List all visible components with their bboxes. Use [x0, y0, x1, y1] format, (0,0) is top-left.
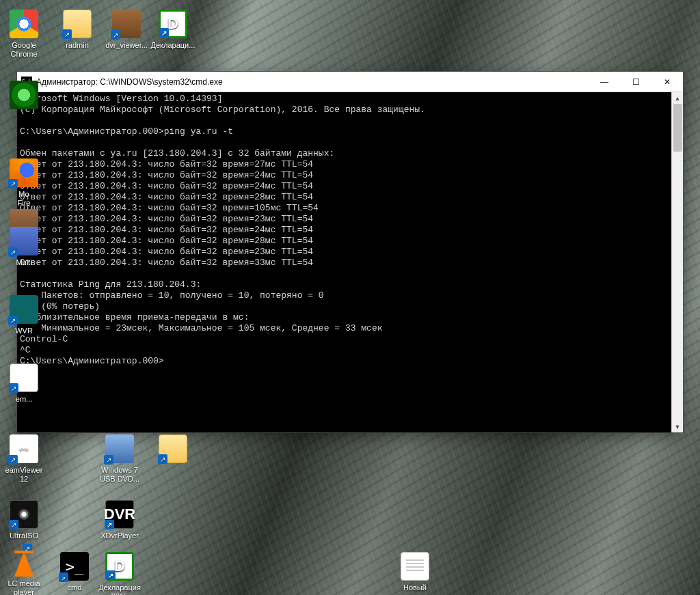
desktop-icon-spiral[interactable] [0, 81, 48, 112]
shortcut-badge-icon: ↗ [62, 29, 72, 39]
desktop-icon-firefox[interactable]: ↗Mo Fire [0, 158, 48, 207]
desktop-icon-xdvr-icon: DVR↗ [105, 500, 134, 529]
desktop-icon-win7usb-icon: ↗ [105, 434, 134, 463]
desktop-icon-deklar2015[interactable]: D↗Декларация 2015 [96, 552, 144, 595]
cmd-titlebar[interactable]: C:\ Администратор: C:\WINDOWS\system32\c… [17, 72, 683, 92]
desktop-icon-deklar2015-label: Декларация 2015 [96, 583, 144, 595]
desktop-icon-win7usb[interactable]: ↗Windows 7 USB DVD... [96, 434, 144, 483]
desktop-icon-spiral-icon [10, 81, 38, 109]
cmd-console-output[interactable]: Microsoft Windows [Version 10.0.14393] (… [17, 92, 671, 432]
desktop-icon-wvr-icon: ↗ [10, 295, 38, 324]
desktop-icon-chrome-label: Google Chrome [0, 41, 48, 58]
desktop-icon-multi-label: Multi [0, 258, 48, 267]
desktop-icon-app3-icon: ↗ [159, 434, 187, 463]
desktop[interactable]: C:\ Администратор: C:\WINDOWS\system32\c… [0, 0, 700, 595]
shortcut-badge-icon: ↗ [158, 454, 167, 464]
scroll-up-button[interactable]: ▲ [672, 92, 684, 104]
cmd-vertical-scrollbar[interactable]: ▲ ▼ [671, 92, 683, 432]
maximize-button[interactable]: ☐ [620, 72, 651, 92]
shortcut-badge-icon: ↗ [59, 572, 68, 582]
desktop-icon-wvr[interactable]: ↗WVR [0, 295, 48, 335]
shortcut-badge-icon: ↗ [8, 179, 18, 189]
desktop-icon-deklar-label: Деклараци... [149, 41, 197, 50]
scroll-down-button[interactable]: ▼ [672, 421, 684, 432]
desktop-icon-vlc-icon: ↗ [14, 552, 33, 577]
scroll-track[interactable] [672, 104, 684, 421]
shortcut-badge-icon: ↗ [8, 455, 18, 465]
shortcut-badge-icon: ↗ [104, 455, 113, 465]
desktop-icon-xdvr[interactable]: DVR↗XDvrPlayer [96, 500, 144, 540]
desktop-icon-teamviewer-label: eamViewer 12 [0, 466, 48, 483]
desktop-icon-radmin-label: radmin [53, 41, 101, 50]
shortcut-badge-icon: ↗ [8, 247, 18, 257]
shortcut-badge-icon: ↗ [9, 520, 18, 529]
shortcut-badge-icon: ↗ [9, 383, 18, 393]
shortcut-badge-icon: ↗ [8, 316, 18, 325]
desktop-icon-vlc[interactable]: ↗LC media player [0, 552, 48, 595]
desktop-icon-radmin-icon: ↗ [63, 10, 92, 38]
shortcut-badge-icon: ↗ [105, 520, 114, 529]
desktop-icon-newtxt-icon [401, 552, 429, 581]
desktop-icon-ultraiso-label: UltraISO [0, 531, 48, 540]
desktop-icon-dvr-viewer-icon: ↗ [112, 10, 141, 38]
shortcut-badge-icon: ↗ [111, 30, 120, 40]
desktop-icon-cmd-shortcut-label: cmd [51, 583, 98, 592]
desktop-icon-ultraiso-icon: ↗ [10, 500, 38, 529]
desktop-icon-xdvr-label: XDvrPlayer [96, 531, 144, 540]
desktop-icon-win7usb-label: Windows 7 USB DVD... [96, 466, 144, 483]
minimize-button[interactable]: — [589, 72, 620, 92]
scroll-thumb[interactable] [673, 104, 682, 152]
shortcut-badge-icon: ↗ [23, 544, 32, 553]
desktop-icon-exe-icon: ↗ [10, 363, 38, 392]
desktop-icon-exe-label: em... [0, 395, 48, 404]
desktop-icon-multi[interactable]: ↗Multi [0, 227, 48, 267]
shortcut-badge-icon: ↗ [106, 570, 116, 580]
cmd-title-text: Администратор: C:\WINDOWS\system32\cmd.e… [36, 77, 223, 87]
desktop-icon-chrome[interactable]: Google Chrome [0, 10, 48, 58]
desktop-icon-cmd-shortcut[interactable]: >_↗cmd [51, 552, 98, 592]
desktop-icon-deklar2015-icon: D↗ [105, 552, 134, 581]
desktop-icon-multi-icon: ↗ [10, 227, 38, 255]
desktop-icon-newtxt-label: Новый текстов... [391, 583, 439, 595]
desktop-icon-ultraiso[interactable]: ↗UltraISO [0, 500, 48, 540]
desktop-icon-chrome-icon [10, 10, 38, 38]
desktop-icon-deklar[interactable]: D↗Деклараци... [149, 10, 197, 50]
close-button[interactable]: ✕ [651, 72, 683, 92]
desktop-icon-app3[interactable]: ↗ [149, 434, 197, 466]
desktop-icon-radmin[interactable]: ↗radmin [53, 10, 101, 50]
desktop-icon-dvr-viewer[interactable]: ↗dvr_viewer... [103, 10, 150, 50]
desktop-icon-dvr-viewer-label: dvr_viewer... [103, 41, 150, 50]
desktop-icon-newtxt[interactable]: Новый текстов... [391, 552, 439, 595]
desktop-icon-cmd-shortcut-icon: >_↗ [60, 552, 89, 581]
desktop-icon-teamviewer[interactable]: ↔↗eamViewer 12 [0, 434, 48, 483]
desktop-icon-deklar-icon: D↗ [159, 10, 187, 38]
desktop-icon-exe[interactable]: ↗em... [0, 363, 48, 404]
shortcut-badge-icon: ↗ [159, 28, 169, 38]
desktop-icon-vlc-label: LC media player [0, 579, 48, 595]
desktop-icon-teamviewer-icon: ↔↗ [10, 434, 38, 463]
desktop-icon-firefox-icon: ↗ [10, 158, 38, 187]
desktop-icon-firefox-label: Mo Fire [0, 190, 48, 207]
desktop-icon-wvr-label: WVR [0, 327, 48, 335]
cmd-window[interactable]: C:\ Администратор: C:\WINDOWS\system32\c… [16, 71, 684, 433]
cmd-client-area: Microsoft Windows [Version 10.0.14393] (… [17, 92, 683, 432]
